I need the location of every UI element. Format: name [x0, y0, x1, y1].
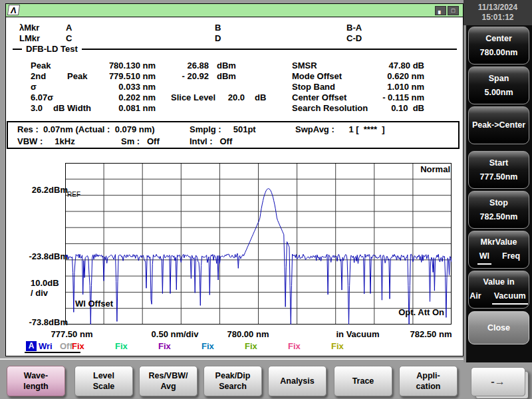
app-window: Λ ▖ □ λMkr A B B-A LMkr C D C-D DFB-LD T… [5, 3, 464, 356]
trace-g-status: Fix [288, 341, 301, 351]
trace-a-underline [25, 352, 80, 353]
more-arrow-icon: -→ [491, 376, 505, 387]
search-resolution-value: 0.10 dB [345, 103, 424, 113]
fnkey-wavelength[interactable]: Wave- length [7, 366, 65, 396]
stop-band-label: Stop Band [292, 82, 335, 92]
sigma6-value: 0.202 nm [79, 92, 156, 102]
trace-h-status: Fix [331, 341, 344, 351]
fnkey-trace[interactable]: Trace [334, 366, 392, 396]
peak-label: Peak [31, 61, 51, 70]
mkr-value-freq-option[interactable]: Freq [502, 249, 520, 265]
app-logo-icon: Λ [7, 5, 20, 15]
panel-edge [464, 25, 466, 362]
opt-att-annotation: Opt. Att On [364, 308, 444, 317]
lvl-marker-label: LMkr [19, 33, 40, 43]
stop-band-value: 1.010 nm [345, 82, 424, 92]
peak2-wavelength: 779.510 nm [79, 71, 156, 81]
sweep-average-setting: SwpAvg : 1 [ **** ] [295, 124, 385, 134]
wl-marker-diff: B-A [346, 23, 362, 33]
date-text: 11/13/2024 [464, 3, 532, 13]
lvl-marker-d: D [215, 33, 221, 43]
x-start-label: 777.50 nm [32, 329, 112, 339]
y-scale-label: 10.0dB [31, 278, 59, 288]
width3db-label1: 3.0 [31, 103, 43, 113]
fnkey-res-vbw-avg[interactable]: Res/VBW/ Avg [139, 366, 198, 396]
mkr-value-wl-option[interactable]: Wl [477, 249, 491, 265]
center-offset-value: - 0.115 nm [345, 92, 424, 102]
y-bottom-level-label: -73.8dBm [6, 317, 68, 327]
value-in-vacuum-option[interactable]: Vacuum [492, 289, 528, 305]
vbw-setting: VBW : 1kHz [17, 136, 75, 146]
window-maximize-button[interactable]: □ [448, 6, 459, 15]
fnkey-analysis[interactable]: Analysis [268, 366, 327, 396]
wl-marker-label: λMkr [19, 23, 39, 33]
smsr-value: 47.80 dB [345, 61, 424, 70]
peak2-level-unit: dBm [217, 71, 236, 81]
interval-setting: Intvl : Off [190, 136, 232, 146]
lvl-marker-c: C [66, 33, 72, 43]
slice-level-value: 20.0 [205, 92, 245, 102]
peak-level: 26.88 [162, 61, 209, 70]
sigma-value: 0.033 nm [79, 82, 156, 92]
fnkey-more-arrow[interactable]: -→ [471, 367, 525, 396]
slice-level-unit: dB [255, 92, 266, 102]
bottom-separator [0, 358, 464, 360]
softkey-center[interactable]: Center 780.00nm [468, 27, 529, 65]
peak-level-unit: dBm [217, 61, 236, 70]
x-stop-label: 782.50 nm [391, 329, 471, 339]
peak2-label1: 2nd [31, 71, 46, 81]
x-center-label: 780.00 nm [208, 329, 288, 339]
sigma6-label: 6.07σ [31, 92, 53, 102]
y-scale-label-2: / div [31, 288, 48, 298]
analysis-section-title: DFB-LD Test [22, 44, 82, 54]
trace-a-badge: A [26, 341, 37, 351]
softkey-mkr-value[interactable]: MkrValue Wl Freq [468, 231, 529, 269]
trace-e-status: Fix [201, 341, 214, 351]
mode-offset-value: 0.620 nm [345, 71, 424, 81]
center-offset-label: Center Offset [292, 92, 346, 102]
softkey-value-in[interactable]: Value in Air Vacuum [468, 271, 529, 309]
fnkey-peak-dip-search[interactable]: Peak/Dip Search [203, 366, 262, 396]
wl-offset-annotation: Wl Offset [75, 299, 113, 309]
lvl-marker-diff: C-D [346, 33, 362, 43]
x-medium-label: in Vacuum [318, 329, 398, 339]
trace-f-status: Fix [245, 341, 257, 351]
fnkey-application[interactable]: Appli- cation [399, 366, 458, 396]
smoothing-setting: Sm : Off [121, 136, 160, 146]
mode-offset-label: Mode Offset [292, 71, 342, 81]
time-text: 15:01:12 [464, 13, 532, 23]
sweep-mode-annotation: Normal [365, 165, 450, 174]
softkey-close[interactable]: Close [468, 311, 529, 344]
ref-line-annotation: REF [67, 190, 80, 200]
y-floor-level-label: -23.8dBm [6, 251, 68, 261]
softkey-start[interactable]: Start 777.50nm [468, 151, 529, 189]
trace-a-mode: Wri [39, 341, 53, 351]
sampling-setting: Smplg : 501pt [190, 124, 256, 134]
resolution-setting: Res : 0.07nm (Actual : 0.079 nm) [17, 124, 155, 134]
width3db-value: 0.081 nm [79, 103, 156, 113]
osa-screen: Λ ▖ □ λMkr A B B-A LMkr C D C-D DFB-LD T… [0, 0, 532, 399]
sweep-settings-box: Res : 0.07nm (Actual : 0.079 nm) Smplg :… [7, 121, 460, 149]
smsr-label: SMSR [292, 61, 317, 70]
display-area: λMkr A B B-A LMkr C D C-D DFB-LD Test Pe… [6, 17, 463, 356]
trace-b-status: Fix [72, 341, 84, 351]
window-titlebar: Λ ▖ □ [6, 4, 463, 17]
softkey-peak-to-center[interactable]: Peak->Center [468, 106, 529, 144]
datetime-display: 11/13/2024 15:01:12 [464, 0, 532, 25]
softkey-span[interactable]: Span 5.00nm [468, 66, 529, 104]
value-in-air-option[interactable]: Air [469, 289, 481, 305]
window-minimize-button[interactable]: ▖ [435, 6, 446, 15]
wl-marker-a: A [66, 23, 72, 33]
trace-d-status: Fix [158, 341, 171, 351]
sigma-label: σ [31, 82, 37, 92]
softkey-panel: 11/13/2024 15:01:12 Center 780.00nm Span… [464, 0, 532, 362]
fnkey-level-scale[interactable]: Level Scale [74, 366, 133, 396]
trace-c-status: Fix [115, 341, 128, 351]
spectrum-chart [65, 163, 452, 325]
softkey-stop[interactable]: Stop 782.50nm [468, 191, 529, 229]
wl-marker-b: B [215, 23, 221, 33]
y-ref-level-label: 26.2dBm [6, 185, 68, 195]
peak-wavelength: 780.130 nm [79, 61, 156, 70]
peak2-level: - 20.92 [162, 71, 209, 81]
x-div-label: 0.50 nm/div [135, 329, 215, 339]
